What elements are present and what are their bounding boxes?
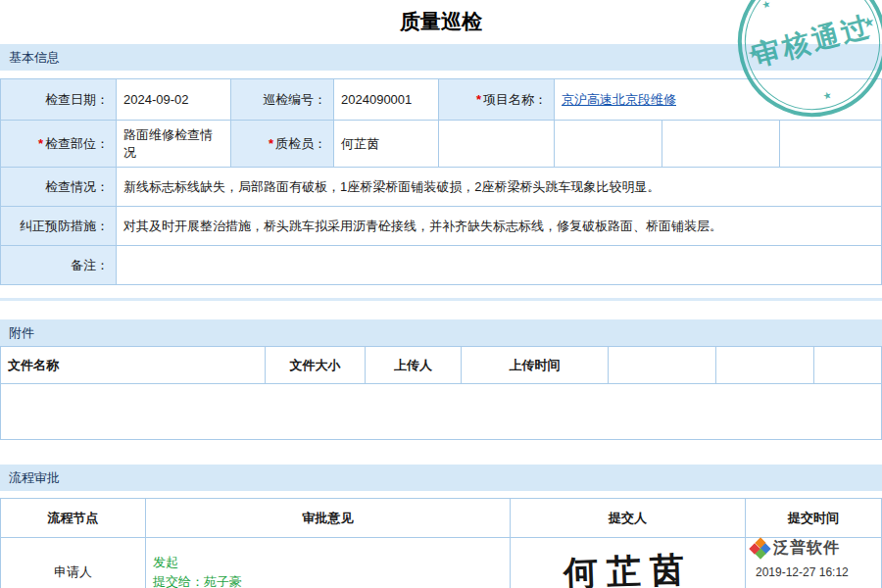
inspection-no-label: 巡检编号： xyxy=(231,79,334,121)
vendor-logo-text: 泛普软件 xyxy=(773,538,840,559)
inspector-value: 何芷茵 xyxy=(334,121,439,168)
column-header-upload-time: 上传时间 xyxy=(462,347,609,384)
column-header-submitter: 提交人 xyxy=(511,499,746,538)
remark-value xyxy=(117,246,882,285)
label-text: 质检员： xyxy=(275,135,326,153)
check-part-value: 路面维修检查情况 xyxy=(117,121,231,168)
pinwheel-logo-icon xyxy=(751,539,769,558)
approval-table: 流程节点 审批意见 提交人 提交时间 申请人 发起 提交给：苑子豪 何芷茵 20… xyxy=(0,498,882,588)
opinion-action: 发起 xyxy=(153,553,178,572)
page-title: 质量巡检 xyxy=(0,0,882,44)
approval-header-row: 流程节点 审批意见 提交人 提交时间 xyxy=(1,499,882,538)
inspection-no-value: 2024090001 xyxy=(334,79,439,121)
section-divider xyxy=(0,298,882,301)
submitter-signature-cell: 何芷茵 xyxy=(511,538,746,588)
check-date-label: 检查日期： xyxy=(1,79,117,121)
vendor-logo: 泛普软件 xyxy=(751,538,840,559)
column-header-approval-opinion: 审批意见 xyxy=(146,499,511,538)
basic-info-table: 检查日期： 2024-09-02 巡检编号： 2024090001 * 项目名称… xyxy=(0,78,882,285)
flow-node-value: 申请人 xyxy=(1,538,146,588)
opinion-submit-to: 提交给：苑子豪 xyxy=(153,572,242,588)
empty-cell xyxy=(439,121,555,168)
required-asterisk: * xyxy=(269,136,273,151)
column-header-uploader: 上传人 xyxy=(366,347,462,384)
required-asterisk: * xyxy=(476,92,481,107)
check-date-value: 2024-09-02 xyxy=(117,79,231,121)
empty-cell xyxy=(662,121,780,168)
measures-value: 对其及时开展整治措施，桥头跳车拟采用沥青砼接线，并补齐缺失标志标线，修复破板路面… xyxy=(117,207,882,246)
project-name-value: 京沪高速北京段维修 xyxy=(555,79,882,121)
empty-cell xyxy=(609,347,716,384)
table-row: 纠正预防措施： 对其及时开展整治措施，桥头跳车拟采用沥青砼接线，并补齐缺失标志标… xyxy=(1,207,882,246)
remark-label: 备注： xyxy=(1,246,117,285)
situation-label: 检查情况： xyxy=(1,168,117,207)
label-text: 项目名称： xyxy=(483,91,547,109)
table-row: * 检查部位： 路面维修检查情况 * 质检员： 何芷茵 xyxy=(1,121,882,168)
measures-label: 纠正预防措施： xyxy=(1,207,117,246)
section-header-approval: 流程审批 xyxy=(0,465,882,491)
column-header-flow-node: 流程节点 xyxy=(1,499,146,538)
table-row: 检查情况： 新线标志标线缺失，局部路面有破板，1座桥梁桥面铺装破损，2座桥梁桥头… xyxy=(1,168,882,207)
column-header-submit-time: 提交时间 xyxy=(746,499,882,538)
handwritten-signature: 何芷茵 xyxy=(563,547,694,588)
required-asterisk: * xyxy=(38,136,43,151)
column-header-file-size: 文件大小 xyxy=(266,347,366,384)
situation-value: 新线标志标线缺失，局部路面有破板，1座桥梁桥面铺装破损，2座桥梁桥头跳车现象比较… xyxy=(117,168,882,207)
empty-cell xyxy=(555,121,662,168)
attachments-empty-area xyxy=(0,384,882,440)
project-name-label: * 项目名称： xyxy=(439,79,555,121)
label-text: 检查部位： xyxy=(45,135,109,153)
inspector-label: * 质检员： xyxy=(231,121,334,168)
table-row: 备注： xyxy=(1,246,882,285)
table-row: 检查日期： 2024-09-02 巡检编号： 2024090001 * 项目名称… xyxy=(1,79,882,121)
attachments-header-row: 文件名称 文件大小 上传人 上传时间 xyxy=(1,347,882,384)
column-header-file-name: 文件名称 xyxy=(1,347,266,384)
check-part-label: * 检查部位： xyxy=(1,121,117,168)
approval-opinion-cell: 发起 提交给：苑子豪 xyxy=(146,538,511,588)
section-header-basic-info: 基本信息 xyxy=(0,44,882,71)
project-link[interactable]: 京沪高速北京段维修 xyxy=(562,91,676,109)
empty-cell xyxy=(780,121,882,168)
attachments-table: 文件名称 文件大小 上传人 上传时间 xyxy=(0,346,882,384)
quality-inspection-page: 质量巡检 基本信息 检查日期： 2024-09-02 巡检编号： 2024090… xyxy=(0,0,882,588)
section-header-attachments: 附件 xyxy=(0,319,882,346)
empty-cell xyxy=(716,347,814,384)
empty-cell xyxy=(814,347,882,384)
